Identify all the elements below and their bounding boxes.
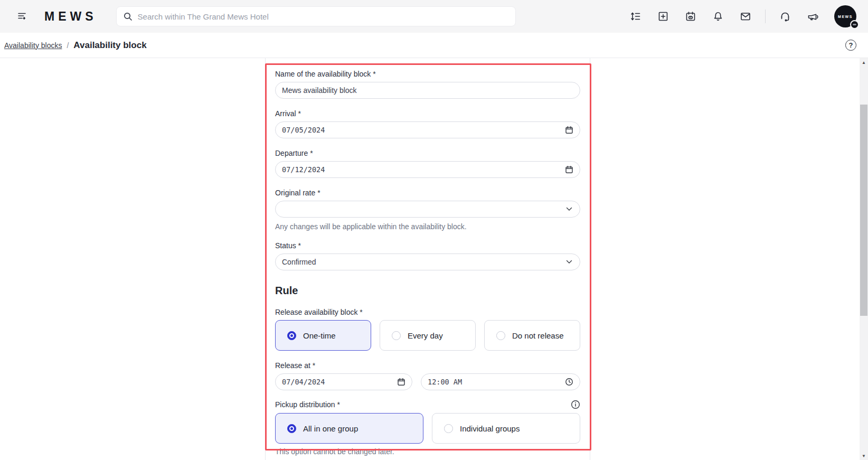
release-time-input[interactable] [428,378,565,386]
status-value: Confirmed [282,258,316,266]
radio-selected-icon [287,331,296,340]
calendar-icon[interactable] [565,126,573,134]
release-options: One-time Every day Do not release [275,320,580,351]
info-icon[interactable] [571,400,580,409]
radio-selected-icon [287,424,296,433]
pickup-option-label: All in one group [303,424,358,433]
original-rate-helper: Any changes will be applicable within th… [275,222,580,231]
arrival-label: Arrival * [275,109,580,118]
arrival-field-wrap [275,121,580,138]
pickup-options: All in one group Individual groups [275,413,580,444]
chevron-down-icon [565,258,573,266]
original-rate-select[interactable] [275,201,580,218]
clock-icon[interactable] [565,378,573,386]
radio-icon [496,331,505,340]
status-select[interactable]: Confirmed [275,254,580,270]
breadcrumb-separator: / [67,41,69,50]
announcements-megaphone-icon[interactable] [805,8,820,24]
vertical-scrollbar: ▲ ▼ [860,58,868,460]
calendar-icon[interactable] [565,165,573,174]
release-option-one-time[interactable]: One-time [275,320,371,351]
notifications-bell-icon[interactable] [710,8,726,24]
content-area: Name of the availability block * Arrival… [0,58,868,460]
departure-date-input[interactable] [282,165,565,174]
header-divider [765,10,766,23]
create-new-icon[interactable] [655,8,671,24]
arrival-date-input[interactable] [282,126,565,134]
chevron-down-icon [565,205,573,213]
scroll-down-arrow[interactable]: ▼ [860,452,868,460]
name-label: Name of the availability block * [275,70,580,78]
scrollbar-thumb[interactable] [860,105,867,316]
search-input[interactable] [138,12,509,21]
sidebar-menu-icon[interactable] [14,8,31,25]
release-at-label: Release at * [275,361,580,370]
breadcrumb-parent-link[interactable]: Availability blocks [4,41,62,50]
departure-field-wrap [275,161,580,178]
messages-envelope-icon[interactable] [738,8,753,24]
avatar[interactable]: MEWS [834,5,856,27]
search-icon [123,12,133,21]
rule-section-title: Rule [275,285,580,297]
avatar-badge [850,20,859,29]
release-option-label: Do not release [512,331,564,340]
radio-icon [444,424,453,433]
page-title: Availability block [73,40,146,51]
hamburger-icon [16,10,29,23]
release-date-input[interactable] [282,378,397,386]
release-option-do-not-release[interactable]: Do not release [484,320,580,351]
release-option-label: One-time [303,331,336,340]
support-headset-icon[interactable] [777,8,793,24]
name-field-wrap [275,82,580,99]
release-option-every-day[interactable]: Every day [380,320,476,351]
calendar-view-icon[interactable] [683,8,699,24]
pickup-option-label: Individual groups [460,424,520,433]
pickup-distribution-label: Pickup distribution * [275,400,340,409]
radio-icon [392,331,401,340]
avatar-label: MEWS [838,15,853,18]
status-label: Status * [275,241,580,250]
mews-logo: MEWS [44,10,97,24]
pickup-helper: This option cannot be changed later. [275,447,580,456]
availability-block-form: Name of the availability block * Arrival… [265,58,590,460]
breadcrumb: Availability blocks / Availability block… [0,33,868,58]
pickup-option-individual-groups[interactable]: Individual groups [432,413,580,444]
global-search[interactable] [116,6,516,26]
name-input[interactable] [282,86,573,95]
top-actions: MEWS [628,5,856,27]
calendar-icon[interactable] [397,378,405,386]
line-spacing-icon[interactable] [628,8,644,24]
release-block-label: Release availability block * [275,308,580,316]
release-date-wrap [275,373,412,390]
departure-label: Departure * [275,149,580,157]
help-icon[interactable]: ? [845,40,856,51]
top-bar: MEWS [0,0,868,33]
scroll-up-arrow[interactable]: ▲ [860,58,868,67]
release-time-wrap [421,373,580,390]
pickup-option-all-in-one-group[interactable]: All in one group [275,413,423,444]
release-option-label: Every day [408,331,443,340]
original-rate-label: Original rate * [275,189,580,197]
